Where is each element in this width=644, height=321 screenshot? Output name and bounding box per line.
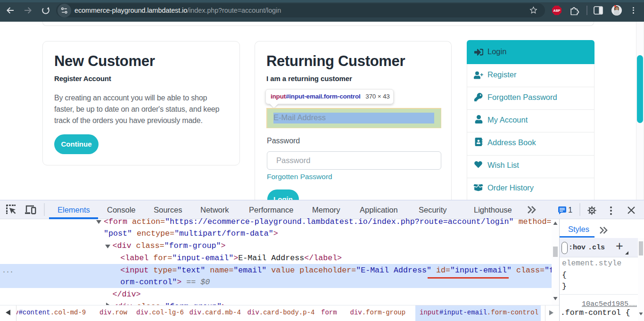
svg-text:ABP: ABP [553, 9, 561, 12]
